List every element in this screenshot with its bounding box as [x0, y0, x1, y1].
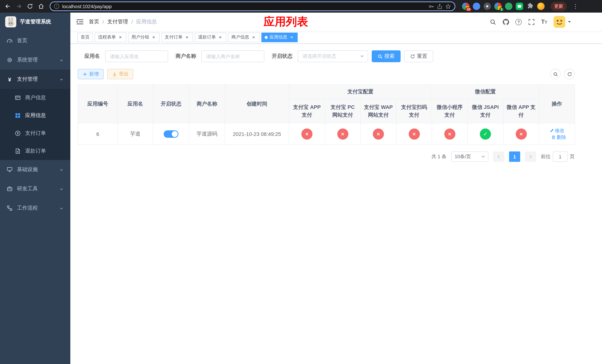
- status-toggle[interactable]: [164, 130, 178, 138]
- cell-actions: 修改 删除: [539, 123, 575, 145]
- sidebar-item-label: 支付订单: [25, 130, 64, 137]
- sidebar-collapse-icon[interactable]: [76, 18, 84, 26]
- extension-icon-green[interactable]: [505, 3, 512, 10]
- sidebar-logo[interactable]: 芋道管理系统: [0, 13, 70, 31]
- search-icon[interactable]: [490, 19, 496, 25]
- breadcrumb-payment[interactable]: 支付管理: [107, 19, 128, 25]
- extension-icon-multicolor[interactable]: 1: [494, 3, 502, 10]
- tab-flow-form[interactable]: 流程表单×: [95, 32, 126, 42]
- user-menu[interactable]: [553, 16, 571, 28]
- sidebar-item-refund-orders[interactable]: 退款订单: [0, 142, 70, 160]
- extension-icon-blue[interactable]: [473, 3, 480, 10]
- chevron-down-icon: [59, 58, 64, 62]
- profile-avatar-icon[interactable]: [537, 3, 545, 10]
- cell-status: [153, 123, 189, 145]
- address-bar[interactable]: i localhost:1024/pay/app: [50, 1, 455, 11]
- close-icon[interactable]: ×: [151, 35, 156, 40]
- extension-badge-green: 1: [499, 7, 504, 11]
- tab-label: 支付订单: [165, 34, 183, 40]
- page-size-select[interactable]: 10条/页: [451, 151, 488, 162]
- wechat-extension-icon[interactable]: [516, 3, 523, 10]
- browser-reload-button[interactable]: [25, 1, 35, 11]
- sidebar-item-home[interactable]: 首页: [0, 31, 70, 50]
- sidebar-item-payment[interactable]: ¥ 支付管理: [0, 70, 70, 89]
- chevron-down-icon: [360, 55, 364, 59]
- sub-header-wechat-jsapi: 微信 JSAPI 支付: [467, 99, 503, 123]
- sidebar-item-system[interactable]: 系统管理: [0, 50, 70, 70]
- breadcrumb: 首页 / 支付管理 / 应用信息: [89, 19, 157, 25]
- github-icon[interactable]: [503, 19, 509, 25]
- close-icon[interactable]: ×: [218, 35, 223, 40]
- tab-user-group[interactable]: 用户分组×: [128, 32, 160, 42]
- merchant-name-input[interactable]: [201, 50, 264, 62]
- delete-link[interactable]: 删除: [551, 134, 566, 140]
- browser-home-button[interactable]: [36, 1, 46, 11]
- browser-back-button[interactable]: [3, 1, 13, 11]
- reset-button[interactable]: 重置: [404, 50, 433, 62]
- active-tab-dot: [265, 36, 268, 39]
- search-button[interactable]: 搜索: [372, 50, 401, 62]
- tab-app-info[interactable]: 应用信息×: [261, 32, 298, 42]
- chevron-up-icon: [59, 77, 64, 81]
- col-header-created: 创建时间: [225, 85, 289, 123]
- page-number-button[interactable]: 1: [509, 151, 520, 162]
- extension-icon-colorful[interactable]: 10: [462, 3, 469, 10]
- logo-rabbit-icon: [5, 16, 16, 27]
- edit-link[interactable]: 修改: [549, 127, 564, 134]
- close-icon[interactable]: ×: [118, 35, 123, 40]
- top-navbar: 首页 / 支付管理 / 应用信息 应用列表 ?: [70, 13, 602, 31]
- next-page-button[interactable]: [525, 151, 536, 162]
- prev-page-button[interactable]: [493, 151, 504, 162]
- close-icon[interactable]: ×: [289, 35, 294, 40]
- refresh-button[interactable]: [564, 69, 575, 79]
- goto-page-input[interactable]: [553, 151, 568, 162]
- cell-merchant: 芋道源码: [189, 123, 225, 145]
- browser-forward-button[interactable]: [14, 1, 24, 11]
- gear-icon: [7, 57, 13, 63]
- payment-submenu: 商户信息 应用信息 支付订单: [0, 89, 70, 160]
- breadcrumb-current: 应用信息: [136, 19, 157, 25]
- sidebar-item-payment-orders[interactable]: 支付订单: [0, 124, 70, 142]
- sidebar-item-merchant-info[interactable]: 商户信息: [0, 89, 70, 107]
- sidebar-item-app-info[interactable]: 应用信息: [0, 107, 70, 124]
- browser-menu-icon[interactable]: ⋮: [571, 3, 580, 10]
- app-name-input[interactable]: [105, 50, 168, 62]
- page-info-icon[interactable]: i: [54, 4, 59, 9]
- bookmark-star-icon[interactable]: [445, 3, 451, 9]
- chrome-update-button[interactable]: 更新: [550, 2, 567, 11]
- sidebar-item-label: 系统管理: [17, 57, 55, 63]
- col-header-merchant: 商户名称: [189, 85, 225, 123]
- group-header-wechat: 微信配置: [432, 85, 539, 99]
- extensions-puzzle-icon[interactable]: [527, 3, 534, 10]
- hide-search-button[interactable]: [550, 69, 560, 79]
- tab-refund-orders[interactable]: 退款订单×: [195, 32, 226, 42]
- page-content: 应用名 商户名称 开启状态 请选择开启状态 搜索: [70, 44, 602, 364]
- tab-merchant-info[interactable]: 商户信息×: [228, 32, 259, 42]
- status-select[interactable]: 请选择开启状态: [298, 50, 368, 62]
- tab-label: 用户分组: [131, 34, 149, 40]
- tab-payment-orders[interactable]: 支付订单×: [161, 32, 193, 42]
- sub-header-alipay-wap: 支付宝 WAP 网站支付: [360, 99, 396, 123]
- fullscreen-icon[interactable]: [528, 19, 535, 25]
- breadcrumb-home[interactable]: 首页: [89, 19, 99, 25]
- tab-home[interactable]: 首页: [77, 32, 93, 42]
- export-button[interactable]: 导出: [107, 69, 133, 79]
- dashboard-icon: [7, 38, 13, 44]
- app-name-label: 应用名: [85, 53, 100, 60]
- close-icon[interactable]: ×: [184, 35, 190, 40]
- add-button[interactable]: 新增: [78, 69, 104, 79]
- goto-page: 前往 页: [541, 151, 575, 162]
- disabled-status-icon: ×: [373, 128, 384, 139]
- share-icon[interactable]: [437, 3, 442, 9]
- sidebar-item-workflow[interactable]: 工作流程: [0, 198, 70, 218]
- sidebar-item-infrastructure[interactable]: 基础设施: [0, 160, 70, 179]
- credit-card-icon: [15, 95, 21, 101]
- font-size-icon[interactable]: TT: [541, 19, 547, 25]
- filter-form: 应用名 商户名称 开启状态 请选择开启状态 搜索: [78, 50, 575, 62]
- password-key-icon[interactable]: [428, 3, 434, 9]
- navbar-actions: ? TT: [490, 16, 571, 28]
- help-icon[interactable]: ?: [516, 19, 522, 25]
- close-icon[interactable]: ×: [251, 35, 256, 40]
- extension-icon-dark[interactable]: [484, 3, 491, 10]
- sidebar-item-dev-tools[interactable]: 研发工具: [0, 179, 70, 198]
